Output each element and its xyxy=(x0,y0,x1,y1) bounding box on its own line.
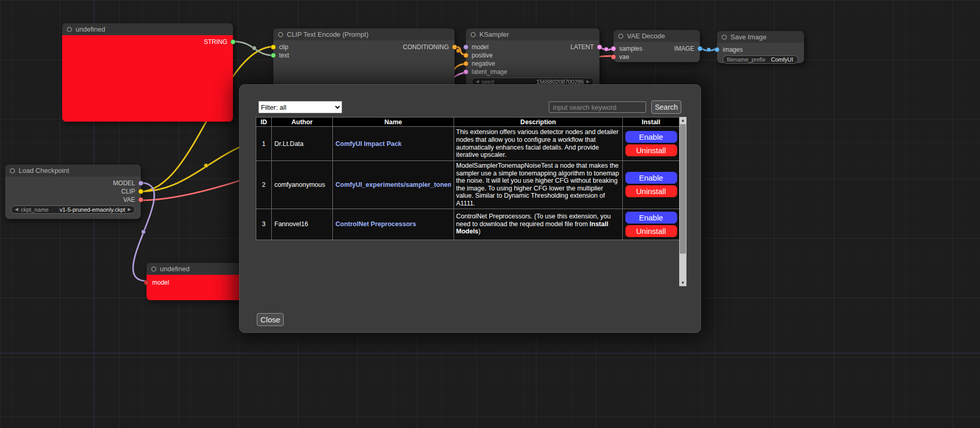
output-label: MODEL xyxy=(113,180,135,187)
node-title-bar[interactable]: Load Checkpoint xyxy=(5,165,141,176)
enable-button[interactable]: Enable xyxy=(625,131,677,143)
cell-id: 3 xyxy=(256,209,272,240)
grid-axis-horizontal xyxy=(0,353,980,353)
uninstall-button[interactable]: Uninstall xyxy=(625,144,677,156)
node-load-checkpoint[interactable]: Load Checkpoint MODEL CLIP VAE xyxy=(5,165,141,219)
scrollbar-thumb[interactable] xyxy=(680,124,686,254)
collapse-dot-icon[interactable] xyxy=(10,168,15,173)
prev-value-icon[interactable]: ◀ xyxy=(15,208,18,212)
table-header-row: ID Author Name Description Install xyxy=(256,117,680,127)
node-title-bar[interactable]: undefined xyxy=(62,23,233,35)
node-title-bar[interactable]: KSampler xyxy=(466,28,599,40)
input-port-vae[interactable] xyxy=(611,54,616,60)
collapse-dot-icon[interactable] xyxy=(278,32,283,37)
output-port-clip[interactable] xyxy=(138,189,143,194)
wire-string xyxy=(232,41,274,55)
input-label: model xyxy=(472,43,489,51)
decrement-icon[interactable]: ◀ xyxy=(476,80,479,84)
scrollbar[interactable]: ▲ ▼ xyxy=(679,117,686,286)
table-row: 3 Fannovel16 ControlNet Preprocessors Co… xyxy=(256,209,680,240)
filter-select[interactable]: Filter: all xyxy=(258,101,342,113)
next-value-icon[interactable]: ▶ xyxy=(128,208,131,212)
node-undefined-top[interactable]: undefined STRING xyxy=(62,23,233,122)
output-label: VAE xyxy=(123,196,135,203)
search-button[interactable]: Search xyxy=(651,100,681,114)
link-dot xyxy=(204,164,208,168)
input-port-images[interactable] xyxy=(714,47,720,52)
node-body: images filename_prefix ComfyUI xyxy=(717,43,804,64)
input-label: latent_image xyxy=(472,68,507,76)
extension-link[interactable]: ControlNet Preprocessors xyxy=(335,220,451,228)
output-port-string[interactable] xyxy=(230,39,236,45)
output-port-latent[interactable] xyxy=(597,45,602,50)
close-button[interactable]: Close xyxy=(257,313,284,326)
collapse-dot-icon[interactable] xyxy=(67,27,72,32)
widget-name: ckpt_name xyxy=(21,206,49,213)
cell-description: ModelSamplerTonemapNoiseTest a node that… xyxy=(454,161,623,209)
input-port-text[interactable] xyxy=(271,53,276,58)
widget-value: ComfyUI xyxy=(771,56,793,63)
node-body: model LATENT positive negative xyxy=(466,40,599,86)
collapse-dot-icon[interactable] xyxy=(151,267,156,272)
increment-icon[interactable]: ▶ xyxy=(587,80,590,84)
scroll-up-icon[interactable]: ▲ xyxy=(679,117,686,124)
ckpt-name-widget[interactable]: ◀ ckpt_name v1-5-pruned-emaonly.ckpt ▶ xyxy=(11,205,135,214)
link-dot xyxy=(141,230,145,234)
collapse-dot-icon[interactable] xyxy=(722,35,727,40)
header-author: Author xyxy=(272,117,333,127)
node-title-bar[interactable]: Save Image xyxy=(717,31,804,43)
input-port-latent-image[interactable] xyxy=(463,69,469,75)
node-body-error: STRING xyxy=(62,35,233,122)
extension-link[interactable]: ComfyUI_experiments/sampler_tonemap xyxy=(335,181,451,188)
node-vae-decode[interactable]: VAE Decode samples IMAGE vae xyxy=(613,30,700,62)
scroll-down-icon[interactable]: ▼ xyxy=(679,279,686,286)
table-row: 2 comfyanonymous ComfyUI_experiments/sam… xyxy=(256,161,680,209)
extension-link[interactable]: ComfyUI Impact Pack xyxy=(335,140,451,147)
extension-table-container: ID Author Name Description Install 1 Dr.… xyxy=(256,117,679,286)
table-row: 1 Dr.Lt.Data ComfyUI Impact Pack This ex… xyxy=(256,127,680,161)
cell-id: 1 xyxy=(256,127,272,161)
filename-prefix-widget[interactable]: filename_prefix ComfyUI xyxy=(723,55,798,64)
collapse-dot-icon[interactable] xyxy=(618,34,623,39)
node-title: undefined xyxy=(160,265,189,273)
input-port-clip[interactable] xyxy=(271,45,276,50)
output-label: LATENT xyxy=(571,43,594,51)
input-port-samples[interactable] xyxy=(611,46,616,51)
header-id: ID xyxy=(256,117,272,127)
node-title: Load Checkpoint xyxy=(19,167,69,174)
input-label: text xyxy=(279,52,289,59)
uninstall-button[interactable]: Uninstall xyxy=(625,185,677,197)
output-port-image[interactable] xyxy=(697,46,703,51)
input-label: samples xyxy=(619,45,642,52)
search-input[interactable] xyxy=(549,101,646,113)
node-title: Save Image xyxy=(730,33,766,41)
cell-id: 2 xyxy=(256,161,272,209)
output-label: CLIP xyxy=(121,188,135,195)
collapse-dot-icon[interactable] xyxy=(471,32,476,37)
input-port-model[interactable] xyxy=(144,280,149,285)
input-label: vae xyxy=(619,53,629,61)
input-port-model[interactable] xyxy=(463,45,469,50)
enable-button[interactable]: Enable xyxy=(625,172,677,184)
header-description: Description xyxy=(454,117,623,127)
extension-manager-dialog: Filter: all Search ID Author Name Descri… xyxy=(239,84,701,333)
input-label: images xyxy=(723,46,743,53)
input-port-negative[interactable] xyxy=(463,61,469,66)
input-port-positive[interactable] xyxy=(463,53,469,58)
uninstall-button[interactable]: Uninstall xyxy=(625,225,677,237)
cell-author: comfyanonymous xyxy=(272,161,333,209)
node-body: samples IMAGE vae xyxy=(613,42,700,61)
output-port-vae[interactable] xyxy=(138,197,143,202)
header-install: Install xyxy=(623,117,680,127)
node-save-image[interactable]: Save Image images filename_prefix ComfyU… xyxy=(717,31,804,63)
output-port-conditioning[interactable] xyxy=(452,45,457,50)
node-title-bar[interactable]: CLIP Text Encode (Prompt) xyxy=(273,28,455,40)
output-port-model[interactable] xyxy=(138,181,143,186)
graph-canvas[interactable]: undefined STRING CLIP Text Encode (Promp… xyxy=(0,0,980,428)
input-label: positive xyxy=(472,52,493,59)
node-title: undefined xyxy=(76,25,105,33)
node-title-bar[interactable]: VAE Decode xyxy=(613,30,700,42)
widget-value: v1-5-pruned-emaonly.ckpt xyxy=(60,206,125,213)
output-label: IMAGE xyxy=(674,45,694,52)
enable-button[interactable]: Enable xyxy=(625,212,677,224)
